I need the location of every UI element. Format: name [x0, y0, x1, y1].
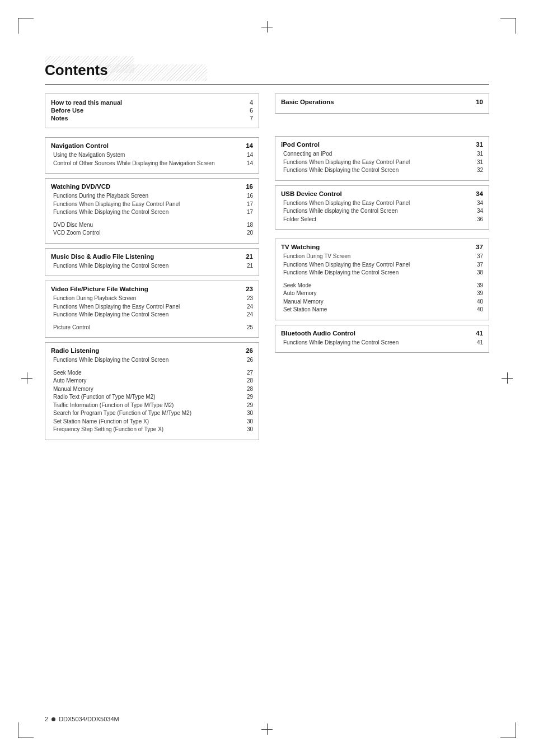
entry-title: Functions During the Playback Screen	[53, 192, 242, 200]
entry-page: 36	[472, 216, 483, 224]
toc-right-column: Basic Operations 10 iPod Control 31 Conn…	[275, 94, 489, 445]
list-item: Functions While Displaying the Control S…	[281, 166, 483, 175]
entry-title: Frequency Step Setting (Function of Type…	[53, 426, 242, 434]
entry-title: Folder Select	[283, 216, 472, 224]
section-tv-watching-title: TV Watching	[281, 244, 320, 250]
list-item: Radio Text (Function of Type M/Type M2) …	[51, 393, 253, 402]
section-ipod-control-title: iPod Control	[281, 141, 320, 148]
footer-page-number: 2	[45, 716, 48, 722]
entry-title: Functions While Displaying the Control S…	[53, 262, 242, 270]
intro-how-to-read-page: 4	[250, 99, 253, 106]
section-radio-listening-header: Radio Listening 26	[51, 347, 253, 354]
entry-page: 26	[242, 356, 253, 365]
entry-page: 37	[472, 261, 483, 269]
entry-page: 30	[242, 426, 253, 434]
section-music-disc-header: Music Disc & Audio File Listening 21	[51, 253, 253, 260]
list-item: Folder Select 36	[281, 216, 483, 224]
list-item: Traffic Information (Function of Type M/…	[51, 402, 253, 410]
entry-page: 27	[242, 369, 253, 377]
entry-page: 30	[242, 409, 253, 418]
list-item: Functions While displaying the Control S…	[281, 207, 483, 216]
section-bluetooth-audio: Bluetooth Audio Control 41 Functions Whi…	[275, 325, 489, 353]
list-item: Functions During the Playback Screen 16	[51, 192, 253, 200]
section-navigation-control-header: Navigation Control 14	[51, 142, 253, 149]
entry-page: 29	[242, 393, 253, 402]
section-ipod-control: iPod Control 31 Connecting an iPod 31 Fu…	[275, 136, 489, 181]
list-item: Functions When Displaying the Easy Contr…	[281, 199, 483, 208]
section-basic-operations-page: 10	[476, 99, 483, 105]
entry-title: Functions While Displaying the Control S…	[283, 339, 472, 347]
entry-title: Functions While Displaying the Control S…	[53, 311, 242, 319]
section-tv-watching-page: 37	[476, 244, 483, 250]
entry-page: 38	[472, 269, 483, 277]
list-item: Control of Other Sources While Displayin…	[51, 160, 253, 168]
entry-page: 23	[242, 295, 253, 303]
section-video-file-header: Video File/Picture File Watching 23	[51, 286, 253, 292]
stripe-right	[95, 64, 207, 81]
section-radio-listening-page: 26	[246, 347, 253, 354]
intro-notes-page: 7	[250, 115, 253, 122]
list-item: Manual Memory 40	[281, 298, 483, 306]
entry-page: 14	[242, 160, 253, 168]
entry-title: Seek Mode	[53, 369, 242, 377]
section-usb-device-control-title: USB Device Control	[281, 190, 342, 197]
entry-page: 17	[242, 200, 253, 209]
entry-title: Auto Memory	[283, 290, 472, 298]
entry-page: 39	[472, 282, 483, 290]
list-item: Functions When Displaying the Easy Contr…	[51, 200, 253, 209]
list-item: Functions When Displaying the Easy Contr…	[281, 158, 483, 167]
list-item: Function During TV Screen 37	[281, 253, 483, 261]
intro-how-to-read-title: How to read this manual	[51, 99, 122, 106]
page-content: Contents How to read this manual 4 Befor…	[45, 50, 489, 711]
entry-page: 18	[242, 221, 253, 230]
entry-page: 20	[242, 229, 253, 237]
section-video-file-page: 23	[246, 286, 253, 292]
intro-row-notes: Notes 7	[51, 114, 253, 122]
entry-title: Seek Mode	[283, 282, 472, 290]
intro-before-use-page: 6	[250, 107, 253, 114]
entry-title: Auto Memory	[53, 377, 242, 385]
list-item: Functions When Displaying the Easy Contr…	[51, 303, 253, 311]
entry-title: Traffic Information (Function of Type M/…	[53, 402, 242, 410]
section-basic-operations-header: Basic Operations 10	[281, 99, 483, 105]
entry-page: 32	[472, 166, 483, 175]
intro-row-how-to-read: How to read this manual 4	[51, 99, 253, 106]
list-item: Connecting an iPod 31	[281, 150, 483, 158]
section-ipod-control-page: 31	[476, 141, 483, 148]
section-navigation-control: Navigation Control 14 Using the Navigati…	[45, 137, 259, 174]
section-video-file-title: Video File/Picture File Watching	[51, 286, 148, 292]
entry-title: DVD Disc Menu	[53, 221, 242, 230]
entry-page: 37	[472, 253, 483, 261]
entry-page: 28	[242, 385, 253, 394]
section-tv-watching: TV Watching 37 Function During TV Screen…	[275, 239, 489, 320]
list-item: DVD Disc Menu 18	[51, 221, 253, 230]
list-item: Set Station Name (Function of Type X) 30	[51, 418, 253, 426]
list-item: Functions While Displaying the Control S…	[281, 269, 483, 277]
footer-dot	[51, 717, 55, 721]
list-item: Manual Memory 28	[51, 385, 253, 394]
corner-mark-top-left	[18, 18, 34, 34]
entry-page: 24	[242, 311, 253, 319]
list-item: VCD Zoom Control 20	[51, 229, 253, 237]
footer-model: DDX5034/DDX5034M	[59, 716, 119, 722]
section-music-disc-page: 21	[246, 253, 253, 260]
section-navigation-control-page: 14	[246, 142, 253, 149]
entry-page: 14	[242, 151, 253, 160]
list-item: Seek Mode 39	[281, 282, 483, 290]
section-video-file: Video File/Picture File Watching 23 Func…	[45, 281, 259, 338]
entry-title: Function During Playback Screen	[53, 295, 242, 303]
list-item: Functions When Displaying the Easy Contr…	[281, 261, 483, 269]
list-item: Picture Control 25	[51, 324, 253, 332]
section-watching-dvd-vcd: Watching DVD/VCD 16 Functions During the…	[45, 178, 259, 244]
entry-page: 40	[472, 298, 483, 306]
entry-title: Functions When Displaying the Easy Contr…	[283, 158, 472, 167]
section-usb-device-control-header: USB Device Control 34	[281, 190, 483, 197]
entry-title: Functions While displaying the Control S…	[283, 207, 472, 216]
entry-page: 41	[472, 339, 483, 347]
section-watching-dvd-vcd-page: 16	[246, 183, 253, 190]
entry-title: Manual Memory	[53, 385, 242, 394]
entry-page: 30	[242, 418, 253, 426]
list-item: Seek Mode 27	[51, 369, 253, 377]
header-decoration: Contents	[45, 50, 489, 84]
page-footer: 2 DDX5034/DDX5034M	[45, 716, 119, 722]
